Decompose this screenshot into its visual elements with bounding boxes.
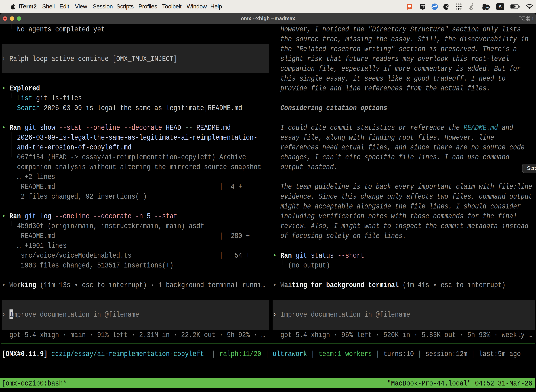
- svg-text:A: A: [498, 4, 502, 9]
- svg-text:1: 1: [531, 16, 534, 21]
- svg-text:..61: ..61: [485, 6, 489, 9]
